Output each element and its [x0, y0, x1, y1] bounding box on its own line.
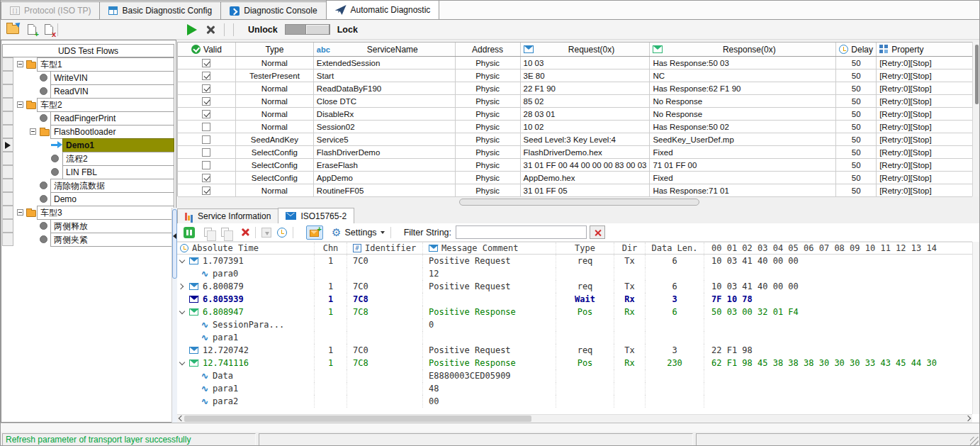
- service-row[interactable]: SeedAndKey Service5 Physic Seed Level:3 …: [178, 133, 972, 146]
- tree-expand-icon[interactable]: [17, 101, 23, 108]
- expand-chevron[interactable]: [180, 311, 189, 313]
- trace-row[interactable]: ∿ SessionPara... 0: [177, 318, 972, 331]
- row-header-cell[interactable]: [2, 98, 13, 111]
- valid-checkbox[interactable]: [202, 174, 210, 182]
- tree-item[interactable]: FlashBootloader: [1, 125, 176, 138]
- row-header-cell[interactable]: [2, 152, 13, 165]
- trace-row[interactable]: ∿ 6.805939 1 7C8 Wait Rx 3 7F 10 78: [177, 293, 972, 306]
- valid-checkbox[interactable]: [202, 123, 210, 131]
- tree-expand-icon[interactable]: [17, 209, 23, 216]
- valid-checkbox[interactable]: [202, 186, 210, 195]
- settings-button[interactable]: Settings: [344, 228, 376, 238]
- stop-button[interactable]: [205, 25, 215, 35]
- tree-item[interactable]: 两侧夹紧: [1, 233, 176, 246]
- trace-row[interactable]: ∿ 12.720742 1 7C0 Positive Request req T…: [177, 344, 972, 357]
- valid-checkbox[interactable]: [202, 84, 210, 93]
- pause-button[interactable]: [184, 227, 195, 238]
- tree-item-label[interactable]: 两侧释放: [50, 219, 174, 233]
- trace-row[interactable]: ∿ 6.808947 1 7C8 Positive Response Pos R…: [177, 306, 972, 318]
- tree-expand-icon[interactable]: [30, 128, 36, 135]
- trace-row[interactable]: ∿ para1: [177, 331, 972, 344]
- valid-checkbox[interactable]: [202, 59, 210, 67]
- top-tab[interactable]: Automatic Diagnostic: [326, 0, 440, 19]
- service-row[interactable]: SelectConfig EraseFlash Physic 31 01 FF …: [178, 159, 972, 172]
- tree-item[interactable]: 流程2: [1, 152, 176, 165]
- row-header-cell[interactable]: [2, 111, 13, 125]
- service-row[interactable]: Normal ExtendedSession Physic 10 03 Has …: [178, 57, 972, 69]
- service-table-vertical-scrollbar[interactable]: [972, 42, 980, 196]
- valid-checkbox[interactable]: [202, 110, 210, 118]
- paste-icon[interactable]: [221, 228, 229, 237]
- tree-item-label[interactable]: 车型2: [37, 98, 174, 112]
- service-row[interactable]: TesterPresent Start Physic 3E 80 NC 50 […: [178, 69, 972, 82]
- service-row[interactable]: Normal DisableRx Physic 28 03 01 No Resp…: [178, 108, 972, 121]
- tree-item-label[interactable]: ReadVIN: [50, 84, 174, 99]
- valid-checkbox[interactable]: [202, 72, 210, 80]
- collapse-left-icon[interactable]: [173, 233, 176, 239]
- trace-row[interactable]: ∿ para0 12: [177, 267, 972, 280]
- tree-item[interactable]: Demo1: [1, 138, 176, 152]
- top-tab[interactable]: Protocol (ISO TP): [1, 1, 100, 19]
- filter-input[interactable]: [456, 225, 587, 239]
- tree-item-label[interactable]: 车型1: [37, 57, 174, 72]
- tree-item[interactable]: 车型2: [1, 98, 176, 111]
- scroll-left-icon[interactable]: [179, 416, 184, 421]
- tree-expand-icon[interactable]: [17, 61, 23, 67]
- delete-flow-icon[interactable]: x: [45, 24, 53, 35]
- trace-row[interactable]: ∿ 6.800879 1 7C0 Positive Request req Tx…: [177, 280, 972, 293]
- row-header-cell[interactable]: [2, 206, 13, 219]
- toggle-thumb[interactable]: [305, 24, 330, 35]
- copy-icon[interactable]: [204, 228, 212, 237]
- service-row[interactable]: Normal RoutineFF05 Physic 31 01 FF 05 Ha…: [178, 184, 972, 197]
- run-button[interactable]: [187, 24, 197, 35]
- service-row[interactable]: Normal Session02 Physic 10 02 Has Respon…: [178, 121, 972, 133]
- row-header-cell[interactable]: [2, 179, 13, 192]
- trace-row[interactable]: ∿ 1.707391 1 7C0 Positive Request req Tx…: [177, 255, 972, 267]
- tree-item[interactable]: 车型3: [1, 206, 176, 219]
- row-header-cell[interactable]: [2, 165, 13, 179]
- row-header-cell[interactable]: [2, 219, 13, 233]
- scrollbar-thumb[interactable]: [184, 416, 531, 422]
- trace-horizontal-scrollbar[interactable]: [177, 414, 972, 423]
- tree-item[interactable]: Demo: [1, 192, 176, 206]
- tree-item[interactable]: 清除物流数据: [1, 179, 176, 192]
- add-flow-icon[interactable]: +: [28, 24, 36, 35]
- trace-row[interactable]: ∿ Data E8880003CED05909: [177, 369, 972, 382]
- tree-item-label[interactable]: 车型3: [37, 206, 174, 220]
- row-header-cell[interactable]: [2, 84, 13, 98]
- top-tab[interactable]: Basic Diagnostic Config: [99, 1, 221, 19]
- clear-trace-button[interactable]: [240, 228, 249, 237]
- tree-item-label[interactable]: Demo: [50, 192, 174, 206]
- lock-toggle[interactable]: [285, 24, 330, 35]
- tree-item-label[interactable]: LIN FBL: [62, 165, 174, 179]
- trace-row[interactable]: ∿ 12.741116 1 7C8 Positive Response Pos …: [177, 357, 972, 369]
- service-row[interactable]: Normal Close DTC Physic 85 02 No Respons…: [178, 95, 972, 108]
- tree-item-label[interactable]: Demo1: [62, 138, 174, 152]
- export-icon[interactable]: [261, 228, 271, 238]
- row-header-cell[interactable]: [2, 57, 13, 71]
- tree-item-label[interactable]: FlashBootloader: [50, 125, 174, 139]
- valid-checkbox[interactable]: [202, 148, 210, 157]
- open-file-icon[interactable]: [6, 25, 19, 34]
- tree-item-label[interactable]: WriteVIN: [50, 71, 174, 85]
- tree-item[interactable]: WriteVIN: [1, 71, 176, 84]
- service-row[interactable]: SelectConfig AppDemo Physic AppDemo.hex …: [178, 172, 972, 184]
- resize-grip[interactable]: [970, 437, 979, 445]
- expand-chevron[interactable]: [180, 362, 189, 364]
- top-tab[interactable]: Diagnostic Console: [220, 1, 326, 19]
- valid-checkbox[interactable]: [202, 135, 210, 144]
- valid-checkbox[interactable]: [202, 161, 210, 169]
- expand-chevron[interactable]: [180, 284, 189, 289]
- trace-row[interactable]: ∿ para1 48: [177, 382, 972, 395]
- tree-item[interactable]: LIN FBL: [1, 165, 176, 179]
- service-row[interactable]: Normal ReadDataByF190 Physic 22 F1 90 Ha…: [178, 82, 972, 95]
- settings-dropdown-icon[interactable]: [381, 231, 385, 234]
- trace-vertical-scrollbar[interactable]: [972, 242, 980, 414]
- time-mode-icon[interactable]: [277, 228, 287, 238]
- service-row[interactable]: SelectConfig FlashDriverDemo Physic Flas…: [178, 146, 972, 159]
- bottom-tab[interactable]: Service Information: [177, 208, 278, 223]
- row-header-cell[interactable]: [2, 138, 13, 152]
- tree-item-label[interactable]: 流程2: [62, 152, 174, 166]
- tree-item-label[interactable]: 清除物流数据: [50, 179, 174, 193]
- clear-filter-button[interactable]: [590, 225, 605, 239]
